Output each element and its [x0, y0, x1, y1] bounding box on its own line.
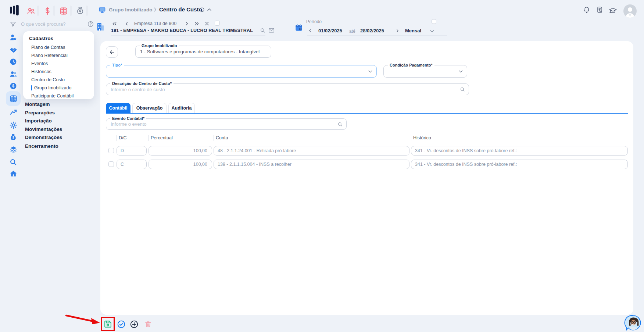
sidebar-item-encerramento[interactable]: Encerramento: [25, 143, 58, 149]
breadcrumb-current: Centro de Custo: [159, 6, 202, 13]
audit-log-icon[interactable]: [596, 6, 603, 13]
cadastros-flyout-menu: Cadastros Plano de Contas Plano Referenc…: [23, 31, 94, 99]
collapse-chevron-icon[interactable]: [207, 7, 212, 12]
sidebar-item-demonstracoes[interactable]: Demonstrações: [25, 135, 62, 140]
menu-item-plano-de-contas[interactable]: Plano de Contas: [23, 43, 94, 51]
prev-company-icon[interactable]: [124, 21, 130, 27]
conta-input[interactable]: [214, 160, 409, 169]
tipo-dropdown-icon[interactable]: [368, 69, 373, 74]
company-icon: [96, 22, 104, 31]
filter-icon[interactable]: [10, 21, 17, 28]
help-icon[interactable]: [87, 21, 94, 28]
mail-icon[interactable]: [268, 28, 275, 33]
historico-input[interactable]: [411, 160, 628, 169]
first-company-icon[interactable]: [111, 21, 118, 27]
evento-contabil-field[interactable]: Evento Contábil*: [106, 118, 347, 130]
module-people-icon[interactable]: [26, 7, 35, 15]
module-moneybag-icon[interactable]: [76, 6, 85, 15]
divider: [53, 6, 55, 16]
column-header-dc: D/C: [119, 135, 127, 140]
home-icon[interactable]: [6, 166, 21, 181]
company-checkbox[interactable]: [215, 21, 220, 26]
evento-search-icon[interactable]: [337, 121, 343, 127]
grupo-imobilizado-value[interactable]: [140, 46, 267, 57]
divider: [411, 135, 411, 141]
period-next-icon[interactable]: [395, 28, 400, 33]
layers-icon[interactable]: [6, 142, 21, 157]
period-prev-icon[interactable]: [307, 28, 313, 33]
dc-input[interactable]: [117, 160, 147, 169]
flyout-title: Cadastros: [23, 34, 94, 43]
historico-input[interactable]: [411, 146, 628, 156]
main-panel: Grupo Imobilizado Tipo* Condição Pagamen…: [100, 41, 633, 315]
company-name: 191 - EMPRESA - MAKRO EDUCA - LUCRO REAL…: [111, 28, 253, 33]
descricao-input[interactable]: [111, 84, 458, 95]
trash-icon: [144, 320, 152, 328]
tab-contabil[interactable]: Contábil: [106, 103, 130, 113]
add-button[interactable]: [130, 320, 139, 329]
search-input[interactable]: [21, 20, 76, 28]
delete-button[interactable]: [144, 320, 152, 328]
clear-company-icon[interactable]: [204, 21, 210, 26]
period-checkbox[interactable]: [432, 19, 436, 24]
support-chat-avatar[interactable]: [624, 314, 642, 332]
module-calculator-icon[interactable]: [59, 7, 68, 15]
tab-auditoria[interactable]: Auditoria: [168, 103, 195, 113]
calculator-icon[interactable]: [6, 91, 21, 106]
dc-input[interactable]: [117, 146, 147, 156]
menu-item-historicos[interactable]: Históricos: [23, 68, 94, 76]
tab-observacao[interactable]: Observação: [132, 103, 167, 113]
sidebar-item-montagem[interactable]: Montagem: [25, 101, 50, 107]
evento-contabil-input[interactable]: [111, 119, 335, 129]
check-circle-icon: [117, 320, 126, 329]
notifications-icon[interactable]: [583, 6, 590, 14]
menu-item-grupo-imobilizado[interactable]: Grupo Imobilizado: [23, 84, 94, 92]
descricao-search-icon[interactable]: [459, 86, 465, 92]
divider: [106, 158, 628, 158]
company-search-icon[interactable]: [260, 27, 266, 33]
period-separator: até: [349, 29, 355, 34]
chart-up-icon[interactable]: [6, 104, 21, 119]
descricao-field[interactable]: Descrição do Centro de Custo*: [106, 83, 469, 95]
tipo-select[interactable]: Tipo*: [106, 65, 377, 78]
sidebar-item-importacao[interactable]: Importação: [25, 118, 52, 124]
save-icon: [103, 319, 112, 329]
grupo-imobilizado-field[interactable]: Grupo Imobilizado: [135, 46, 271, 58]
divider: [111, 35, 265, 36]
conta-input[interactable]: [214, 146, 409, 156]
menu-item-plano-referencial[interactable]: Plano Referencial: [23, 51, 94, 60]
divider: [307, 35, 447, 36]
learning-icon[interactable]: [609, 7, 617, 14]
percentual-input[interactable]: [149, 160, 212, 169]
frequency-dropdown-icon[interactable]: [429, 29, 435, 33]
percentual-input[interactable]: [149, 146, 212, 156]
sidebar-item-movimentacoes[interactable]: Movimentações: [25, 126, 62, 132]
sidebar-item-preparacoes[interactable]: Preparações: [25, 110, 55, 115]
user-avatar[interactable]: [623, 4, 637, 18]
breadcrumb-parent[interactable]: Grupo Imobilizado: [109, 7, 153, 13]
row-checkbox[interactable]: [108, 148, 114, 153]
menu-item-eventos[interactable]: Eventos: [23, 60, 94, 68]
period-start-date[interactable]: 01/02/2025: [318, 28, 342, 33]
module-dollar-icon[interactable]: [43, 7, 52, 15]
last-company-icon[interactable]: [194, 21, 200, 27]
info-icon[interactable]: [199, 7, 205, 13]
tab-bar: Contábil Observação Auditoria: [106, 103, 628, 114]
column-header-historico: Histórico: [413, 135, 431, 140]
divider: [149, 135, 149, 141]
next-company-icon[interactable]: [184, 21, 190, 27]
condicao-dropdown-icon[interactable]: [458, 69, 464, 74]
period-end-date[interactable]: 28/02/2025: [360, 28, 384, 33]
save-button[interactable]: [103, 319, 112, 329]
column-header-conta: Conta: [216, 135, 228, 140]
menu-item-centro-de-custo[interactable]: Centro de Custo: [23, 76, 94, 84]
divider: [37, 6, 39, 16]
menu-item-participante-contabil[interactable]: Participante Contábil: [23, 92, 94, 100]
app-logo-icon[interactable]: [10, 5, 19, 15]
calendar-icon: [295, 24, 303, 32]
back-button[interactable]: [106, 46, 118, 58]
confirm-button[interactable]: [117, 320, 126, 329]
condicao-pagamento-select[interactable]: Condição Pagamento*: [383, 65, 467, 78]
period-frequency-select[interactable]: Mensal: [405, 28, 421, 33]
row-checkbox[interactable]: [108, 161, 114, 167]
